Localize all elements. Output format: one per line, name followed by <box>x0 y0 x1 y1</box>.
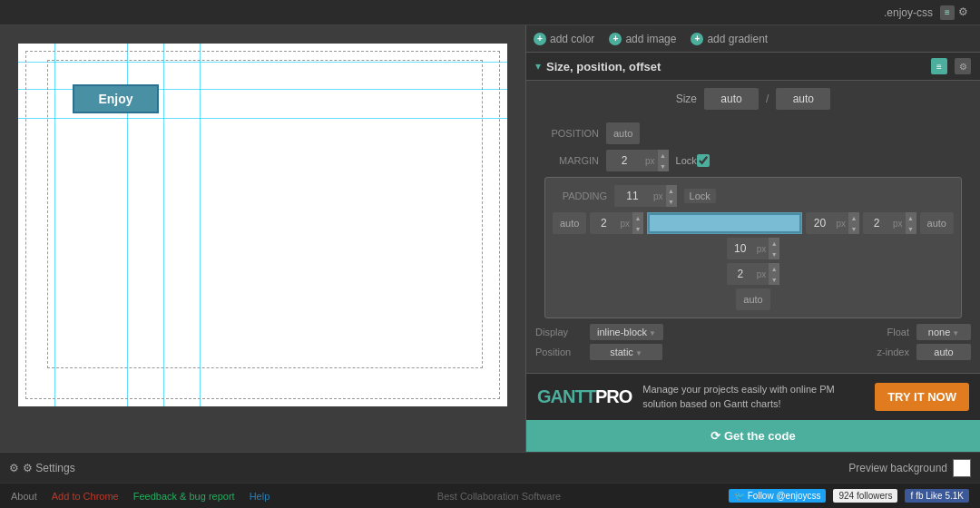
margin-left-auto[interactable]: auto <box>553 212 586 234</box>
position-auto-btn[interactable]: auto <box>606 122 640 144</box>
settings-icon[interactable]: ⚙ <box>958 5 973 20</box>
twitter-follow-button[interactable]: 🐦 Follow @enjoycss <box>729 489 827 503</box>
padding-top-input[interactable] <box>727 238 754 259</box>
margin-row: MARGIN px ▲ ▼ Lock <box>535 150 971 171</box>
float-value-btn[interactable]: none▼ <box>916 324 971 340</box>
layers-icon[interactable]: ≡ <box>940 5 955 20</box>
ad-text: Manage your projects easily with online … <box>642 383 864 411</box>
padding-top-unit: px <box>754 244 769 254</box>
pb-up[interactable]: ▲ <box>769 263 779 274</box>
element-bar-visual <box>647 212 802 234</box>
display-value-btn[interactable]: inline-block▼ <box>590 324 663 340</box>
size-height-input[interactable] <box>776 88 830 110</box>
margin-v3-group: px ▲ ▼ <box>806 212 859 234</box>
margin-v1-input[interactable] <box>590 212 617 234</box>
bottom-left: ⚙ ⚙ Settings <box>9 462 75 474</box>
try-it-now-button[interactable]: TRY IT NOW <box>875 383 969 411</box>
add-image-tab[interactable]: + add image <box>609 33 676 45</box>
top-bar: .enjoy-css ≡ ⚙ <box>0 0 980 25</box>
bottom-bar: ⚙ ⚙ Settings Preview background <box>0 452 980 483</box>
pt-up[interactable]: ▲ <box>769 238 779 249</box>
position-value-btn[interactable]: static▼ <box>590 344 662 360</box>
preview-bg-color-swatch[interactable] <box>953 459 971 477</box>
plus-icon3: + <box>691 33 703 45</box>
margin-v1-unit: px <box>617 219 632 229</box>
help-link[interactable]: Help <box>250 491 270 502</box>
position-prop-row: Position static▼ z-index auto <box>535 344 971 360</box>
add-color-tab[interactable]: + add color <box>534 33 594 45</box>
margin-value-input[interactable] <box>606 150 642 171</box>
padding-bottom-spinners: ▲ ▼ <box>769 263 779 285</box>
display-row: Display inline-block▼ Float none▼ <box>535 324 971 340</box>
pb-down[interactable]: ▼ <box>769 274 779 285</box>
enjoy-element[interactable]: Enjoy <box>73 84 159 113</box>
margin-v4-input[interactable] <box>863 212 890 234</box>
add-tabs-bar: + add color + add image + add gradient <box>526 25 980 53</box>
padding-top-group: px ▲ ▼ <box>727 238 780 259</box>
links-bar: About Add to Chrome Feedback & bug repor… <box>0 483 980 508</box>
padding-bottom-group: px ▲ ▼ <box>727 263 780 285</box>
margin-v3-spinners: ▲ ▼ <box>848 212 859 234</box>
pt-down[interactable]: ▼ <box>769 249 779 259</box>
section-icon1[interactable]: ≡ <box>931 58 947 74</box>
size-divider: / <box>766 93 769 105</box>
canvas-background: Enjoy <box>18 44 507 406</box>
mv1-up[interactable]: ▲ <box>632 212 643 223</box>
lock-checkbox[interactable] <box>697 154 710 167</box>
collab-text: Best Collaboration Software <box>437 491 561 502</box>
margin-v3-input[interactable] <box>806 212 833 234</box>
margin-input-group: px ▲ ▼ <box>606 150 669 171</box>
ad-banner: GANTTPRO Manage your projects easily wit… <box>526 373 980 420</box>
mv3-up[interactable]: ▲ <box>848 212 859 223</box>
padding-value-input[interactable] <box>614 185 651 207</box>
add-gradient-tab[interactable]: + add gradient <box>691 33 768 45</box>
position-row: POSITION auto <box>535 122 971 144</box>
padding-bottom-input[interactable] <box>727 263 754 285</box>
fb-like-button[interactable]: f fb Like 5.1K <box>905 489 969 503</box>
zindex-value-btn[interactable]: auto <box>916 344 971 360</box>
padding-top-spinners: ▲ ▼ <box>769 238 779 259</box>
mv4-up[interactable]: ▲ <box>906 212 916 223</box>
about-link[interactable]: About <box>11 491 37 502</box>
padding-label: PADDING <box>553 190 607 201</box>
position-label: POSITION <box>535 128 599 139</box>
margin-v4-group: px ▲ ▼ <box>863 212 916 234</box>
get-code-button[interactable]: ⟳ Get the code <box>526 420 980 452</box>
padding-unit: px <box>651 191 666 201</box>
margin-v1-group: px ▲ ▼ <box>590 212 643 234</box>
mv1-down[interactable]: ▼ <box>632 223 643 234</box>
margin-up-arrow[interactable]: ▲ <box>658 150 669 161</box>
padding-down-arrow[interactable]: ▼ <box>666 196 677 207</box>
feedback-link[interactable]: Feedback & bug report <box>133 491 235 502</box>
mv4-down[interactable]: ▼ <box>906 223 916 234</box>
margin-down-arrow[interactable]: ▼ <box>658 161 669 171</box>
gantt-logo: GANTTPRO <box>537 386 632 407</box>
css-class-label: .enjoy-css <box>884 6 933 19</box>
margin-right-auto[interactable]: auto <box>920 212 954 234</box>
plus-icon2: + <box>609 33 622 45</box>
padding-up-arrow[interactable]: ▲ <box>666 185 677 196</box>
padding-spinners: ▲ ▼ <box>666 185 677 207</box>
padding-center-auto[interactable]: auto <box>736 288 769 310</box>
preview-panel: Enjoy ◀ <box>0 25 526 452</box>
followers-count: 924 followers <box>833 489 897 503</box>
preview-background-control: Preview background <box>848 459 971 477</box>
gear-icon-small: ⚙ <box>9 462 19 474</box>
padding-header-row: PADDING px ▲ ▼ Lock <box>553 185 954 207</box>
section-gear[interactable]: ⚙ <box>955 58 971 74</box>
settings-button[interactable]: ⚙ ⚙ Settings <box>9 462 75 474</box>
properties-panel: + add color + add image + add gradient ▾… <box>526 25 980 452</box>
collapse-panel-button[interactable]: ◀ <box>525 225 526 252</box>
margin-label: MARGIN <box>535 155 599 166</box>
float-label: Float <box>864 327 909 337</box>
display-label: Display <box>535 327 590 337</box>
margin-multi-row: auto px ▲ ▼ <box>553 212 954 234</box>
section-title: Size, position, offset <box>546 60 931 73</box>
size-width-input[interactable] <box>704 88 759 110</box>
chevron-icon[interactable]: ▾ <box>535 60 541 73</box>
padding-bottom-unit: px <box>754 269 769 279</box>
mv3-down[interactable]: ▼ <box>848 223 859 234</box>
chrome-link[interactable]: Add to Chrome <box>52 491 119 502</box>
lock-popup-btn[interactable]: Lock <box>684 189 716 203</box>
margin-spinners: ▲ ▼ <box>658 150 669 171</box>
